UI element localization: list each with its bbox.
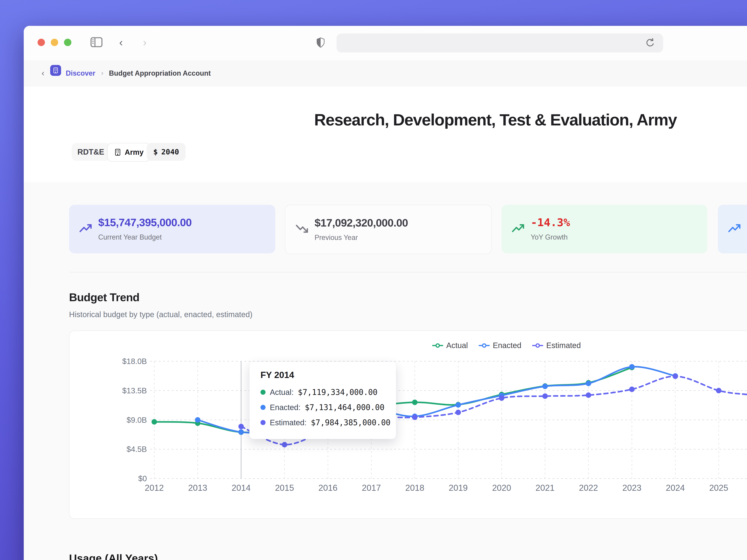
stat-label: Current Year Budget — [98, 233, 162, 241]
zoom-button[interactable] — [64, 39, 71, 46]
x-tick-label: 2016 — [309, 483, 347, 493]
trending-up-icon — [728, 222, 741, 235]
tooltip-row-label: Actual: — [270, 388, 293, 397]
legend-item-estimated[interactable]: Estimated — [532, 341, 581, 350]
estimated-dot-icon — [260, 420, 265, 425]
x-tick-label: 2021 — [525, 483, 565, 493]
stat-label: Previous Year — [314, 234, 358, 242]
tooltip-row-label: Estimated: — [270, 418, 307, 427]
section-divider — [69, 272, 747, 272]
stat-label: YoY Growth — [531, 233, 568, 241]
desktop: ‹ › ‹ Discover — [0, 0, 747, 560]
tooltip-row-label: Enacted: — [270, 403, 301, 412]
stat-value: -14.3% — [531, 216, 570, 229]
x-tick-label: 2025 — [699, 483, 738, 493]
x-tick-label: 2019 — [439, 483, 478, 493]
stat-value: $15,747,395,000.00 — [98, 216, 191, 229]
trending-up-icon — [79, 222, 92, 235]
tag-treasury-code: $ 2040 — [147, 143, 186, 161]
tag-rdte-label: RDT&E — [77, 148, 104, 156]
legend-marker-icon — [432, 343, 443, 348]
tooltip-row-value: $7,984,385,000.00 — [311, 418, 390, 427]
actual-dot-icon — [260, 390, 265, 395]
x-tick-label: 2017 — [352, 483, 391, 493]
browser-toolbar: ‹ › — [24, 26, 747, 60]
dollar-icon: $ — [153, 148, 158, 156]
chart-legend: ActualEnactedEstimated — [432, 341, 581, 350]
tooltip-row-value: $7,119,334,000.00 — [298, 388, 378, 397]
x-tick-label: 2022 — [569, 483, 608, 493]
y-tick-label: $4.5B — [98, 444, 147, 454]
legend-marker-icon — [479, 343, 490, 348]
content-area: $15,747,395,000.00 Current Year Budget $… — [24, 182, 747, 560]
breadcrumb-back-icon[interactable]: ‹ — [42, 60, 44, 86]
page-header: Research, Development, Test & Evaluation… — [24, 86, 747, 182]
legend-label: Enacted — [493, 341, 521, 350]
budget-trend-chart-card: $0$4.5B$9.0B$13.5B$18.0B 201220132014201… — [69, 330, 747, 519]
x-tick-label: 2014 — [222, 483, 260, 493]
tag-army-label: Army — [125, 148, 144, 157]
trending-down-icon — [295, 222, 308, 235]
section-subtitle: Historical budget by type (actual, enact… — [69, 310, 253, 319]
refresh-icon[interactable] — [644, 37, 656, 49]
section-title: Budget Trend — [69, 291, 139, 304]
breadcrumb: ‹ Discover › Budget Appropriation Accoun… — [24, 60, 747, 87]
legend-marker-icon — [532, 343, 543, 348]
tooltip-title: FY 2014 — [260, 370, 294, 380]
enacted-dot-icon — [260, 405, 265, 410]
legend-label: Actual — [446, 341, 468, 350]
x-tick-label: 2023 — [612, 483, 651, 493]
x-tick-label: 2020 — [482, 483, 521, 493]
y-tick-label: $18.0B — [98, 356, 147, 366]
y-tick-label: $9.0B — [98, 415, 147, 425]
trending-up-icon — [512, 222, 524, 235]
discover-app-icon[interactable] — [50, 65, 61, 76]
usage-section-heading: Usage (All Years) — [69, 552, 158, 560]
x-tick-label: 2024 — [656, 483, 695, 493]
tooltip-row-value: $7,131,464,000.00 — [305, 403, 384, 412]
minimize-button[interactable] — [51, 39, 58, 46]
page-title: Research, Development, Test & Evaluation… — [262, 110, 729, 129]
sidebar-toggle-icon[interactable] — [91, 37, 103, 47]
tag-treasury-code-label: 2040 — [161, 148, 179, 156]
breadcrumb-discover-link[interactable]: Discover — [66, 60, 95, 86]
building-icon — [114, 149, 122, 156]
stat-card-partial — [718, 205, 747, 254]
tag-army: Army — [107, 143, 150, 162]
stat-value: $17,092,320,000.00 — [314, 216, 408, 229]
x-tick-label: 2013 — [178, 483, 217, 493]
legend-item-enacted[interactable]: Enacted — [479, 341, 521, 350]
legend-label: Estimated — [546, 341, 581, 350]
url-input[interactable] — [337, 33, 663, 53]
building-icon — [52, 67, 59, 74]
tag-rdte: RDT&E — [72, 143, 110, 161]
legend-item-actual[interactable]: Actual — [432, 341, 468, 350]
shield-icon[interactable] — [316, 37, 325, 48]
close-button[interactable] — [37, 39, 45, 46]
x-tick-label: 2012 — [135, 483, 174, 493]
stat-card-current-year: $15,747,395,000.00 Current Year Budget — [69, 205, 275, 254]
x-tick-label: 2018 — [395, 483, 434, 493]
chart-tooltip: FY 2014 Actual: $7,119,334,000.00 Enacte… — [249, 362, 396, 439]
forward-icon[interactable]: › — [139, 36, 151, 49]
breadcrumb-separator: › — [101, 60, 103, 86]
stat-card-yoy-growth: -14.3% YoY Growth — [501, 205, 707, 254]
y-tick-label: $13.5B — [98, 385, 147, 396]
breadcrumb-current: Budget Appropriation Account — [109, 60, 211, 86]
back-icon[interactable]: ‹ — [115, 36, 127, 49]
browser-window: ‹ › ‹ Discover — [24, 26, 747, 560]
stat-card-previous-year: $17,092,320,000.00 Previous Year — [285, 205, 492, 254]
x-tick-label: 2015 — [265, 483, 304, 493]
y-tick-label: $0 — [98, 474, 147, 484]
